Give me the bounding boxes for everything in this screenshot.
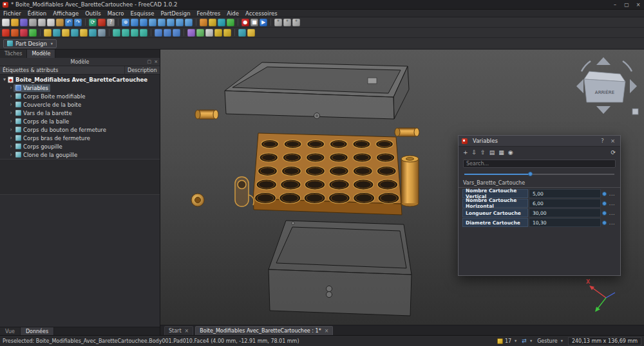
bottom-box-part[interactable] (269, 221, 412, 316)
variable-link-dot[interactable] (602, 201, 607, 206)
view-rear-icon[interactable] (185, 19, 193, 26)
3d-viewport[interactable]: ARRIÈRE X Variables (160, 50, 644, 325)
sketch-validate-icon[interactable] (29, 29, 37, 37)
additive-pipe-icon[interactable] (89, 29, 97, 37)
additive-loft-icon[interactable] (80, 29, 88, 37)
tab-donnees[interactable]: Données (21, 327, 54, 335)
variable-value-input[interactable]: 10,30 (529, 218, 601, 227)
tab-document[interactable]: Boite_Modifiables Avec_BaretteCartouchee… (195, 326, 333, 335)
variable-value-input[interactable]: 30,00 (529, 208, 601, 217)
menu-fichier[interactable]: Fichier (0, 10, 24, 17)
import-variables-icon[interactable]: ⇩ (472, 149, 477, 156)
menu-macro[interactable]: Macro (104, 10, 128, 17)
nav-cube-mini-icon[interactable] (632, 109, 638, 114)
variables-filter-slider-thumb[interactable] (528, 172, 533, 176)
std-copy-icon[interactable] (47, 19, 55, 26)
view-isometric-icon[interactable] (149, 19, 156, 26)
navigation-style-selector[interactable]: Gesture ▾ (537, 338, 563, 344)
std-print-icon[interactable] (29, 19, 37, 26)
sketch-edit-icon[interactable] (11, 29, 19, 37)
sketch-new-icon[interactable] (2, 29, 10, 37)
variable-more-button[interactable]: ... (608, 191, 616, 197)
close-button[interactable]: × (632, 0, 644, 10)
expander-icon[interactable]: › (8, 143, 14, 149)
view-front-icon[interactable] (158, 19, 166, 26)
panel-close-icon[interactable]: × (154, 59, 158, 64)
datum-plane-icon[interactable] (187, 29, 195, 37)
std-undo-icon[interactable]: ↶ (65, 19, 73, 26)
dialog-help-button[interactable]: ? (599, 138, 606, 144)
tree-item-corps-goupille[interactable]: ›Corps goupille (0, 142, 160, 150)
navigation-cube[interactable]: ARRIÈRE (576, 57, 638, 114)
view-zoom-in-icon[interactable] (131, 19, 138, 26)
variable-link-dot[interactable] (602, 221, 607, 225)
body-new-icon[interactable] (247, 29, 255, 37)
pad-icon[interactable] (44, 29, 52, 37)
view-top-icon[interactable] (167, 19, 175, 26)
measure-icon[interactable] (218, 19, 225, 26)
close-icon[interactable]: × (185, 328, 189, 334)
macro-stop-icon[interactable]: ■ (251, 19, 258, 26)
tree-item-variables[interactable]: ›Variables (0, 84, 160, 92)
tree-root-document[interactable]: ▾ Boite_Modifiables Avec_BaretteCartouch… (0, 75, 160, 84)
tree-item-couvercle-de-la-boite[interactable]: ›Couvercle de la boite (0, 100, 160, 109)
hole-icon[interactable] (98, 29, 106, 37)
revolution-icon[interactable] (62, 29, 70, 37)
expander-icon[interactable]: › (8, 93, 14, 99)
fillet-icon[interactable] (113, 29, 120, 37)
column-description[interactable]: Description (125, 66, 160, 74)
view-fit-all-icon[interactable]: ⊕ (122, 19, 129, 26)
std-refresh-icon[interactable]: ⟳ (89, 19, 97, 26)
view-zoom-out-icon[interactable] (140, 19, 147, 26)
std-cut-icon[interactable] (38, 19, 46, 26)
export-variables-icon[interactable]: ⇧ (480, 149, 486, 156)
menu-outils[interactable]: Outils (82, 10, 104, 17)
sketch-map-icon[interactable] (20, 29, 28, 37)
panel-float-icon[interactable]: ▢ (147, 59, 152, 64)
variables-search-input[interactable]: Search... (463, 159, 616, 168)
macro-execute-icon[interactable]: ▶ (260, 19, 267, 26)
tab-taches[interactable]: Tâches (0, 50, 27, 58)
datum-line-icon[interactable] (196, 29, 204, 37)
nav-cube-face-label[interactable]: ARRIÈRE (595, 89, 614, 95)
bullet-part[interactable] (195, 110, 218, 119)
variable-more-button[interactable]: ... (608, 220, 616, 226)
pocket-icon[interactable] (53, 29, 61, 37)
chamfer-icon[interactable] (122, 29, 129, 37)
std-redo-icon[interactable]: ↷ (74, 19, 82, 26)
variable-value-input[interactable]: 5,00 (529, 189, 601, 198)
groove-icon[interactable] (71, 29, 79, 37)
linear-pattern-icon[interactable] (164, 29, 171, 37)
workbench-selector[interactable]: Part Design ▾ (3, 39, 57, 48)
column-labels-attributes[interactable]: Étiquettes & attributs (0, 66, 125, 74)
transparency-icon[interactable]: * (292, 19, 300, 26)
pin-part[interactable] (395, 128, 419, 136)
copy-variables-icon[interactable]: ▤ (489, 149, 495, 156)
closure-button-part[interactable] (191, 194, 204, 206)
nav-arrows-selector[interactable]: ⇄ ▾ (522, 338, 532, 344)
draw-style-icon[interactable] (200, 19, 207, 26)
paste-variables-icon[interactable]: ▦ (498, 149, 504, 156)
variables-filter-slider[interactable] (464, 171, 614, 177)
tree-item-corps-bras-de-fermeture[interactable]: ›Corps bras de fermeture (0, 134, 160, 142)
std-open-icon[interactable] (11, 19, 19, 26)
minimize-button[interactable]: – (609, 0, 621, 10)
expander-icon[interactable]: › (8, 127, 14, 132)
expander-icon[interactable]: › (8, 85, 14, 91)
expander-icon[interactable]: ▾ (2, 77, 7, 82)
visibility-icon[interactable]: ◉ (508, 149, 513, 156)
tree-item-corps-boite-modifiable[interactable]: ›Corps Boite modifiable (0, 92, 160, 100)
tree-item-clone-de-la-goupille[interactable]: ›Clone de la goupille (0, 150, 160, 159)
variable-value-input[interactable]: 6,00 (529, 199, 601, 208)
variables-dialog-titlebar[interactable]: Variables ? × (459, 136, 620, 147)
clone-icon[interactable] (223, 29, 231, 37)
expander-icon[interactable]: › (8, 110, 14, 116)
boolean-icon[interactable] (238, 29, 246, 37)
view-right-icon[interactable] (176, 19, 184, 26)
variable-more-button[interactable]: ... (608, 201, 616, 206)
std-save-icon[interactable] (20, 19, 28, 26)
expander-icon[interactable]: › (8, 152, 14, 158)
add-variable-icon[interactable]: + (463, 149, 468, 156)
dialog-close-button[interactable]: × (609, 138, 617, 144)
tree-item-corps-du-bouton-de-fermeture[interactable]: ›Corps du bouton de fermeture (0, 125, 160, 134)
